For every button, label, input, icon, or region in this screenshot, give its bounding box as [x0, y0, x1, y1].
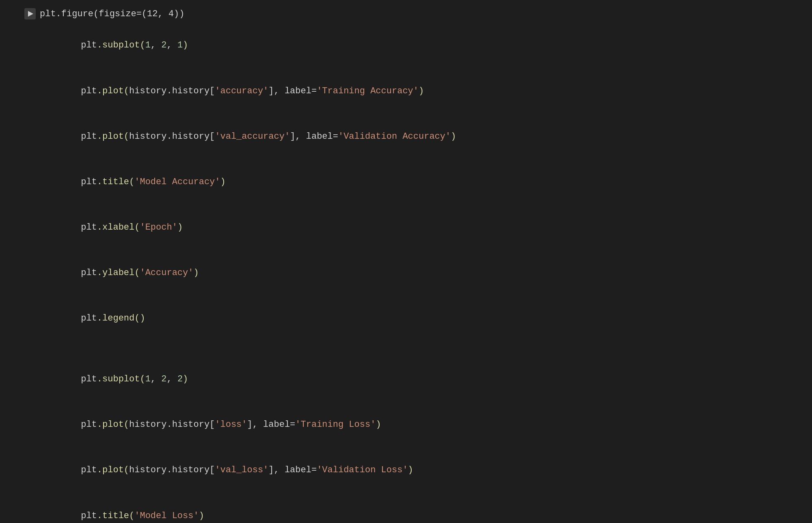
- code-line-1: plt.subplot(1, 2, 1): [49, 23, 788, 68]
- code-line-5: plt.xlabel('Epoch'): [49, 205, 788, 250]
- code-line-8: plt.subplot(1, 2, 2): [49, 357, 788, 402]
- code-line-9: plt.plot(history.history['loss'], label=…: [49, 402, 788, 448]
- code-section: plt.figure(figsize=(12, 4)) plt.subplot(…: [0, 0, 812, 523]
- code-line-6: plt.ylabel('Accuracy'): [49, 250, 788, 296]
- code-line-7: plt.legend(): [49, 296, 788, 341]
- code-line-11: plt.title('Model Loss'): [49, 493, 788, 523]
- code-line-4: plt.title('Model Accuracy'): [49, 159, 788, 205]
- code-line-3: plt.plot(history.history['val_accuracy']…: [49, 114, 788, 159]
- code-line-2: plt.plot(history.history['accuracy'], la…: [49, 68, 788, 114]
- code-body: plt.subplot(1, 2, 1) plt.plot(history.hi…: [24, 23, 788, 523]
- code-line-10: plt.plot(history.history['val_loss'], la…: [49, 448, 788, 493]
- figure-call: plt.figure(figsize=(12, 4)): [40, 9, 184, 19]
- cell-run-icon[interactable]: plt.figure(figsize=(12, 4)): [24, 8, 184, 19]
- code-spacer-1: [49, 341, 788, 356]
